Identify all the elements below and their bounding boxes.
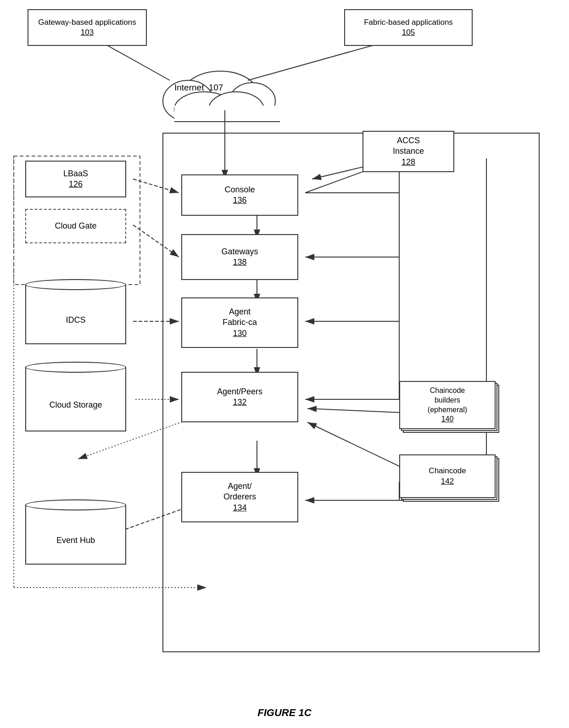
agent-peers-ref: 132: [233, 397, 246, 408]
event-hub-box: Event Hub: [25, 505, 126, 565]
gateway-apps-ref: 103: [81, 28, 94, 38]
fabric-apps-box: Fabric-based applications 105: [344, 9, 473, 46]
gateways-ref: 138: [233, 257, 246, 268]
agent-orderers-box: Agent/Orderers 134: [181, 472, 298, 522]
chaincode-builders-container: Chaincodebuilders(ephemeral) 140: [399, 381, 500, 436]
svg-line-27: [307, 422, 413, 473]
svg-line-31: [133, 179, 179, 193]
console-box: Console 136: [181, 174, 298, 216]
svg-point-4: [181, 71, 259, 122]
chaincode-builders-ref: 140: [441, 414, 454, 424]
agent-fabric-ref: 130: [233, 328, 246, 339]
svg-line-32: [133, 225, 179, 257]
fabric-apps-label: Fabric-based applications: [364, 17, 453, 28]
internet-label: Internet 107: [174, 83, 223, 93]
figure-label: FIGURE 1C: [0, 707, 569, 719]
svg-point-6: [229, 83, 275, 119]
idcs-box: IDCS: [25, 285, 126, 344]
cloud-gate-box: Cloud Gate: [25, 209, 126, 243]
diagram: Gateway-based applications 103 Fabric-ba…: [0, 0, 569, 728]
svg-rect-9: [174, 106, 280, 129]
gateways-box: Gateways 138: [181, 234, 298, 280]
cloud-storage-box: Cloud Storage: [25, 367, 126, 431]
lbaas-ref: 126: [69, 179, 83, 190]
cloud-storage-top: [25, 362, 126, 373]
lbaas-box: LBaaS 126: [25, 161, 126, 197]
svg-point-8: [209, 92, 264, 127]
cloud-gate-label: Cloud Gate: [55, 221, 96, 231]
chaincode-label: Chaincode: [429, 466, 466, 476]
gateway-apps-box: Gateway-based applications 103: [28, 9, 147, 46]
agent-fabric-label: AgentFabric-ca: [223, 307, 257, 328]
svg-point-7: [174, 92, 234, 127]
console-label: Console: [224, 185, 255, 195]
idcs-label: IDCS: [66, 315, 85, 325]
gateway-apps-label: Gateway-based applications: [38, 17, 136, 28]
chaincode-container: Chaincode 142: [399, 454, 500, 505]
chaincode-ref: 142: [441, 476, 454, 487]
svg-line-26: [307, 409, 413, 413]
agent-fabric-box: AgentFabric-ca 130: [181, 297, 298, 348]
idcs-top: [25, 279, 126, 290]
lbaas-label: LBaaS: [63, 168, 88, 179]
chaincode-builders-label: Chaincodebuilders(ephemeral): [428, 386, 467, 414]
gateways-label: Gateways: [221, 246, 258, 257]
cloud-storage-label: Cloud Storage: [49, 400, 102, 410]
agent-orderers-ref: 134: [233, 503, 246, 513]
agent-peers-label: Agent/Peers: [217, 386, 262, 397]
accs-label: ACCSInstance: [393, 135, 424, 157]
agent-orderers-label: Agent/Orderers: [223, 481, 256, 503]
agent-peers-box: Agent/Peers 132: [181, 372, 298, 422]
event-hub-top: [25, 499, 126, 510]
accs-box: ACCSInstance 128: [363, 131, 454, 172]
accs-ref: 128: [402, 157, 415, 168]
event-hub-label: Event Hub: [56, 535, 95, 546]
fabric-apps-ref: 105: [402, 28, 415, 38]
console-ref: 136: [233, 195, 246, 206]
